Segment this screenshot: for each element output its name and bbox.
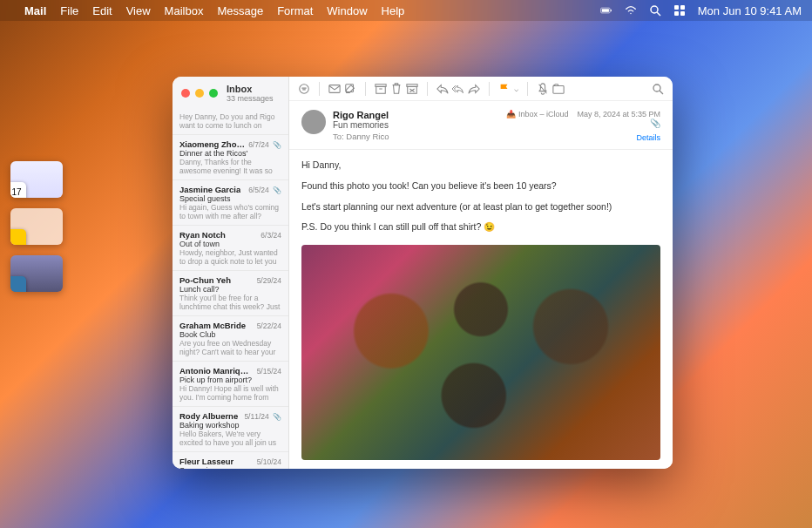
message-list-header: Inbox 33 messages xyxy=(173,77,288,108)
message-list-pane: Inbox 33 messages Hey Danny, Do you and … xyxy=(173,77,289,469)
filter-icon[interactable] xyxy=(298,83,310,95)
message-content-pane: ⌵ Rigo Rangel Fun memories To: Danny Ric… xyxy=(289,77,673,469)
message-sender: Rody Albuerne xyxy=(179,411,238,421)
svg-rect-2 xyxy=(610,10,611,11)
menu-format[interactable]: Format xyxy=(277,4,313,17)
menu-mailbox[interactable]: Mailbox xyxy=(165,4,204,17)
details-link[interactable]: Details xyxy=(506,133,660,142)
search-icon[interactable] xyxy=(652,83,664,95)
system-menubar: Mail File Edit View Mailbox Message Form… xyxy=(0,0,812,21)
svg-rect-8 xyxy=(680,11,685,16)
menu-message[interactable]: Message xyxy=(217,4,263,17)
message-list-item[interactable]: Ryan Notch6/3/24Out of townHowdy, neighb… xyxy=(173,226,288,271)
message-subject: Lunch call? xyxy=(179,285,281,294)
email-body: Hi Danny, Found this photo you took! Can… xyxy=(289,150,673,469)
compose-icon[interactable] xyxy=(344,83,356,95)
message-date: 5/10/24 xyxy=(257,457,281,466)
archive-icon[interactable] xyxy=(375,83,387,95)
message-subject: Dinner at the Ricos' xyxy=(179,149,281,158)
message-list-item[interactable]: Xiaomeng Zhong6/7/24 📎Dinner at the Rico… xyxy=(173,135,288,180)
mailbox-count: 33 messages xyxy=(227,94,274,103)
menu-help[interactable]: Help xyxy=(382,4,405,17)
email-mailbox: 📥 Inbox – iCloud xyxy=(506,110,568,118)
menu-view[interactable]: View xyxy=(126,4,151,17)
message-date: 5/22/24 xyxy=(257,322,281,330)
message-subject: Soccer jerseys xyxy=(179,466,281,469)
forward-icon[interactable] xyxy=(468,83,480,95)
trash-icon[interactable] xyxy=(390,83,403,95)
menu-edit[interactable]: Edit xyxy=(92,4,112,17)
email-sender: Rigo Rangel xyxy=(333,110,499,120)
message-sender: Po-Chun Yeh xyxy=(179,275,231,285)
svg-rect-6 xyxy=(680,5,685,10)
svg-point-3 xyxy=(651,6,658,13)
svg-rect-16 xyxy=(553,85,564,93)
message-list-item[interactable]: Jasmine Garcia6/5/24 📎Special guestsHi a… xyxy=(173,180,288,226)
wifi-icon[interactable] xyxy=(625,4,637,17)
stage-thumb-preview[interactable] xyxy=(10,255,63,292)
message-preview: Hi again, Guess who's coming to town wit… xyxy=(179,203,281,220)
menu-window[interactable]: Window xyxy=(327,4,367,17)
stage-thumb-notes[interactable] xyxy=(10,208,63,245)
message-preview: Think you'll be free for a lunchtime cha… xyxy=(179,294,281,311)
svg-rect-10 xyxy=(329,85,340,92)
move-icon[interactable] xyxy=(552,83,565,95)
message-list-item[interactable]: Hey Danny, Do you and Rigo want to come … xyxy=(173,108,288,135)
svg-rect-13 xyxy=(376,86,386,93)
flag-icon[interactable] xyxy=(498,83,511,95)
calendar-app-icon: 17 xyxy=(10,182,26,198)
email-timestamp: May 8, 2024 at 5:35 PM xyxy=(577,110,660,118)
menubar-clock[interactable]: Mon Jun 10 9:41 AM xyxy=(698,4,802,17)
message-preview: Hello Bakers, We're very excited to have… xyxy=(179,430,281,447)
svg-point-9 xyxy=(300,84,309,93)
app-menu[interactable]: Mail xyxy=(24,4,46,17)
message-sender: Antonio Manriquez xyxy=(179,366,254,376)
email-paragraph: Let's start planning our next adventure … xyxy=(301,200,660,214)
email-paragraph: Hi Danny, xyxy=(301,159,660,173)
svg-rect-7 xyxy=(674,11,679,16)
message-date: 5/29/24 xyxy=(257,276,281,285)
email-attachment-image[interactable] xyxy=(301,245,660,460)
control-center-icon[interactable] xyxy=(673,4,686,17)
message-preview: Hi Danny! Hope all is well with you. I'm… xyxy=(179,384,281,402)
message-list-item[interactable]: Po-Chun Yeh5/29/24Lunch call?Think you'l… xyxy=(173,271,288,316)
email-recipients: To: Danny Rico xyxy=(333,132,499,141)
chevron-down-icon[interactable]: ⌵ xyxy=(514,85,518,93)
spotlight-icon[interactable] xyxy=(649,4,661,17)
sender-avatar xyxy=(301,110,326,134)
message-list-item[interactable]: Rody Albuerne5/11/24 📎Baking workshopHel… xyxy=(173,407,288,452)
reply-all-icon[interactable] xyxy=(452,83,464,95)
reply-icon[interactable] xyxy=(436,83,449,95)
message-sender: Ryan Notch xyxy=(179,230,226,240)
window-minimize-button[interactable] xyxy=(195,89,204,98)
message-list-item[interactable]: Antonio Manriquez5/15/24Pick up from air… xyxy=(173,362,288,407)
menu-file[interactable]: File xyxy=(60,4,78,17)
attachment-icon: 📎 xyxy=(506,118,660,128)
message-sender: Graham McBride xyxy=(179,321,246,330)
message-date: 5/15/24 xyxy=(257,367,281,376)
svg-rect-5 xyxy=(674,5,679,10)
message-list-item[interactable]: Graham McBride5/22/24Book ClubAre you fr… xyxy=(173,316,288,362)
attachment-icon: 📎 xyxy=(271,186,281,194)
svg-line-18 xyxy=(660,91,663,94)
message-date: 6/3/24 xyxy=(261,231,281,240)
email-paragraph: Found this photo you took! Can you belie… xyxy=(301,179,660,193)
message-subject: Pick up from airport? xyxy=(179,376,281,384)
message-subject: Baking workshop xyxy=(179,421,281,430)
envelope-icon[interactable] xyxy=(328,83,341,95)
junk-icon[interactable] xyxy=(406,83,418,95)
message-list-item[interactable]: Fleur Lasseur5/10/24Soccer jerseysAre yo… xyxy=(173,452,288,469)
message-list[interactable]: Hey Danny, Do you and Rigo want to come … xyxy=(173,108,288,469)
email-header: Rigo Rangel Fun memories To: Danny Rico … xyxy=(289,101,673,150)
battery-icon[interactable] xyxy=(600,4,612,17)
preview-app-icon xyxy=(10,276,26,292)
stage-thumb-calendar[interactable]: 17 xyxy=(10,161,63,198)
email-subject: Fun memories xyxy=(333,120,499,130)
message-subject: Special guests xyxy=(179,194,281,203)
message-sender: Jasmine Garcia xyxy=(179,185,240,194)
message-sender: Xiaomeng Zhong xyxy=(179,139,245,149)
window-zoom-button[interactable] xyxy=(209,89,218,98)
svg-line-4 xyxy=(657,12,660,16)
mute-icon[interactable] xyxy=(537,83,549,95)
window-close-button[interactable] xyxy=(181,89,190,98)
